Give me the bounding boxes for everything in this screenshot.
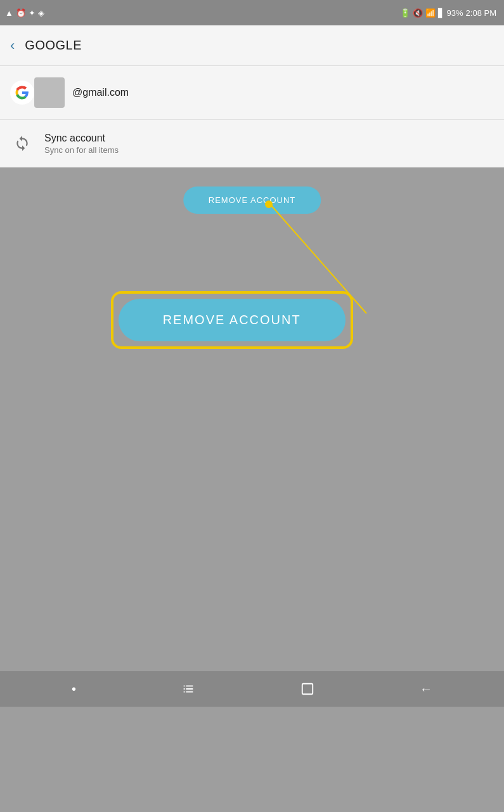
battery-percent: 93%	[447, 8, 463, 18]
content-area: @gmail.com Sync account Sync on for all …	[0, 66, 504, 167]
gray-background: REMOVE ACCOUNT REMOVE ACCOUNT • ←	[0, 167, 504, 707]
back-nav-icon[interactable]: ←	[420, 682, 432, 697]
square-nav-icon[interactable]	[300, 682, 314, 696]
clock: 2:08 PM	[466, 8, 496, 18]
sync-subtitle: Sync on for all items	[44, 145, 119, 155]
account-row[interactable]: @gmail.com	[0, 66, 504, 120]
sync-icon-wrap	[10, 131, 34, 155]
sync-row[interactable]: Sync account Sync on for all items	[0, 120, 504, 167]
sync-icon	[14, 135, 30, 152]
sync-text: Sync account Sync on for all items	[44, 133, 119, 155]
nav-bar: • ←	[0, 671, 504, 707]
back-button[interactable]: ‹	[10, 37, 15, 54]
menu-nav-icon[interactable]: •	[72, 682, 76, 697]
annotation-zoom-box: REMOVE ACCOUNT	[111, 291, 353, 349]
status-bar-right: 🔋 🔇 📶 ▋ 93% 2:08 PM	[400, 8, 496, 18]
signal-strength-icon: ▋	[438, 8, 444, 18]
page-title: GOOGLE	[25, 38, 82, 53]
account-email: @gmail.com	[72, 87, 129, 98]
dropbox-icon: ✦	[29, 8, 36, 18]
battery-icon: 🔋	[400, 8, 410, 18]
avatar	[34, 77, 65, 108]
google-logo-icon	[10, 81, 34, 105]
mute-icon: 🔇	[413, 8, 423, 18]
extra-icon: ◈	[38, 8, 44, 18]
svg-rect-2	[302, 684, 313, 695]
status-bar: ▲ ⏰ ✦ ◈ 🔋 🔇 📶 ▋ 93% 2:08 PM	[0, 0, 504, 25]
remove-account-button-large[interactable]: REMOVE ACCOUNT	[119, 299, 346, 341]
status-bar-left: ▲ ⏰ ✦ ◈	[5, 8, 44, 18]
recent-apps-icon[interactable]	[181, 682, 195, 696]
sync-title: Sync account	[44, 133, 119, 144]
header: ‹ GOOGLE	[0, 25, 504, 66]
signal-icon: ▲	[5, 8, 13, 18]
back-icon: ‹	[10, 37, 15, 54]
wifi-icon: 📶	[425, 8, 436, 18]
alarm-icon: ⏰	[16, 8, 26, 18]
